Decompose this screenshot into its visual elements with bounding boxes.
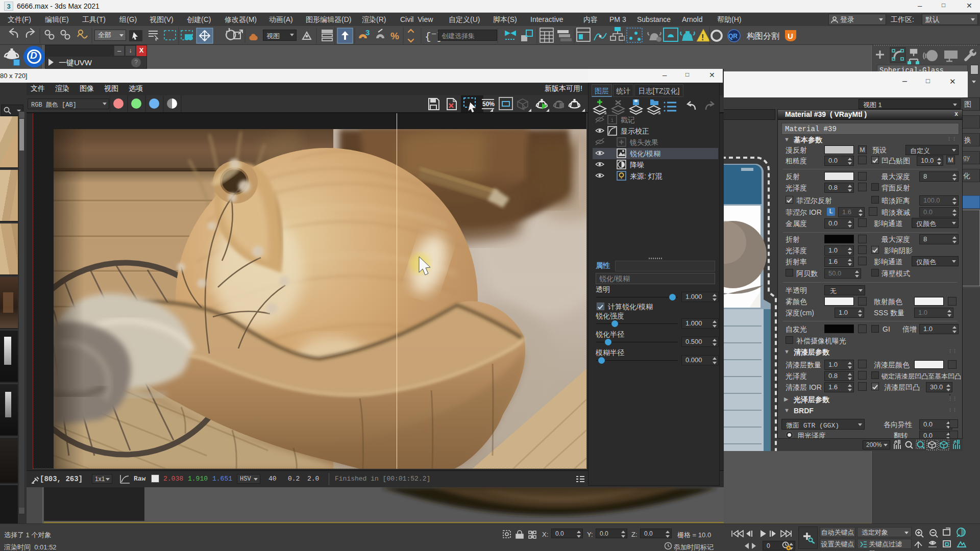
svg-text:戳记: 戳记 <box>621 116 635 124</box>
svg-text:显示校正: 显示校正 <box>621 127 649 135</box>
svg-text:QR: QR <box>728 33 738 40</box>
svg-text:降噪: 降噪 <box>630 161 644 169</box>
svg-text:来源: 灯混: 来源: 灯混 <box>630 172 663 180</box>
svg-text:%: % <box>390 31 399 41</box>
svg-text:U: U <box>788 32 793 40</box>
svg-text:构图分割: 构图分割 <box>747 32 779 40</box>
svg-text:镜头效果: 镜头效果 <box>629 138 658 146</box>
svg-text:锐化/模糊: 锐化/模糊 <box>630 149 660 158</box>
svg-text:!: ! <box>701 33 704 42</box>
svg-text:i: i <box>610 117 614 123</box>
svg-text:50%: 50% <box>482 101 495 108</box>
svg-text:3: 3 <box>365 28 370 37</box>
